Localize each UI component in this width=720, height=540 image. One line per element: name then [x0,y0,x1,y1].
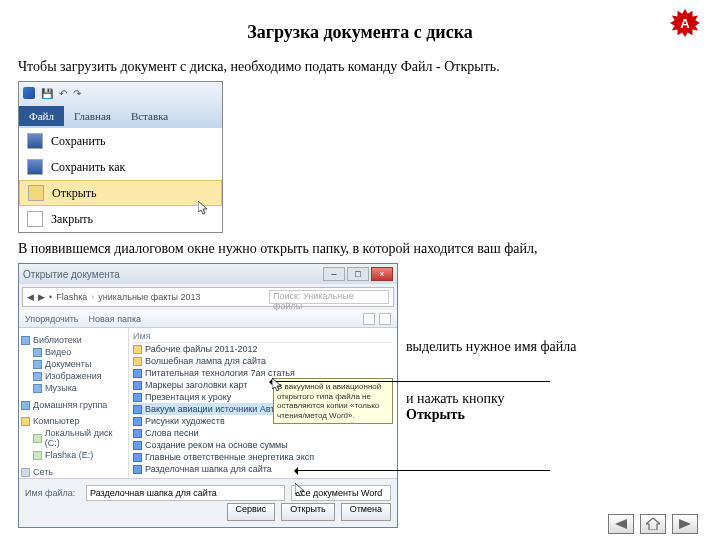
maximize-button[interactable]: □ [347,267,369,281]
open-dialog: Открытие документа – □ × ◀ ▶ • Flashка ›… [18,263,398,528]
dialog-footer: Имя файла: Разделочная шапка для сайта В… [19,478,397,527]
intro-text: Чтобы загрузить документ с диска, необхо… [18,59,702,75]
file-row[interactable]: Рабочие файлы 2011-2012 [133,343,393,355]
doc-icon [133,417,142,426]
svg-marker-7 [679,519,691,529]
file-row[interactable]: Главные ответственные энергетика эксп [133,451,393,463]
filter-dropdown[interactable]: Все документы Word [291,485,391,501]
body-text-2: В появившемся диалоговом окне нужно откр… [18,241,702,257]
next-button[interactable] [672,514,698,534]
folder-icon [33,348,42,357]
open-icon [28,185,44,201]
tab-file[interactable]: Файл [19,106,64,126]
tooltip: В вакуумной и авиационной открытого типа… [273,378,393,424]
dialog-titlebar: Открытие документа – □ × [19,264,397,284]
nav-homegroup[interactable]: Домашняя группа [21,400,126,410]
filename-label: Имя файла: [25,488,80,498]
slide-nav [608,514,698,534]
dialog-toolbar: Упорядочить Новая папка [19,310,397,328]
nav-item[interactable]: Flashка (E:) [33,449,126,461]
open-button[interactable]: Открыть [281,503,334,521]
col-header-name[interactable]: Имя [133,330,393,343]
tools-button[interactable]: Сервис [227,503,276,521]
close-button[interactable]: × [371,267,393,281]
file-row[interactable]: Волшебная лампа для сайта [133,355,393,367]
saveas-icon [27,159,43,175]
quick-access-toolbar: 💾 ↶ ↷ [19,82,222,104]
doc-icon [133,405,142,414]
nav-item[interactable]: Изображения [33,370,126,382]
svg-marker-4 [295,483,304,496]
address-bar[interactable]: ◀ ▶ • Flashка › уникальные факты 2013 По… [22,287,394,307]
nav-item[interactable]: Локальный диск (C:) [33,427,126,449]
nav-libraries[interactable]: Библиотеки [21,335,126,345]
menu-save[interactable]: Сохранить [19,128,222,154]
tab-home[interactable]: Главная [64,106,121,126]
svg-marker-2 [198,201,207,214]
arrow-open [295,470,550,471]
app-icon [23,87,35,99]
svg-marker-6 [646,518,660,530]
file-row[interactable]: Слова песни [133,427,393,439]
homegroup-icon [21,401,30,410]
file-row[interactable]: Создание реком на основе суммы [133,439,393,451]
organize-button[interactable]: Упорядочить [25,314,79,324]
svg-text:А: А [680,16,690,31]
doc-icon [133,381,142,390]
prev-button[interactable] [608,514,634,534]
home-button[interactable] [640,514,666,534]
mouse-cursor-2 [272,378,282,392]
drive-icon [33,434,42,443]
doc-icon [133,393,142,402]
nav-item[interactable]: Музыка [33,382,126,394]
file-row[interactable]: Разделочная шапка для сайта [133,463,393,475]
menu-open[interactable]: Открыть [19,180,222,206]
folder-icon [133,357,142,366]
folder-icon [33,384,42,393]
annotation-select: выделить нужное имя файла [406,339,576,355]
search-input[interactable]: Поиск: Уникальные файлы [269,290,389,304]
folder-icon [33,360,42,369]
view-icon[interactable] [363,313,375,325]
qat-save-icon[interactable]: 💾 [41,88,53,99]
annotations-block: выделить нужное имя файла и нажать кнопк… [398,263,576,459]
svg-marker-5 [615,519,627,529]
nav-network[interactable]: Сеть [21,467,126,477]
newfolder-button[interactable]: Новая папка [89,314,141,324]
tab-insert[interactable]: Вставка [121,106,178,126]
qat-redo-icon[interactable]: ↷ [73,88,81,99]
cancel-button[interactable]: Отмена [341,503,391,521]
ribbon-tabs: Файл Главная Вставка [19,104,222,128]
save-icon [27,133,43,149]
file-list: Имя Рабочие файлы 2011-2012Волшебная лам… [129,328,397,478]
doc-icon [133,369,142,378]
menu-close[interactable]: Закрыть [19,206,222,232]
doc-icon [133,429,142,438]
help-icon[interactable] [379,313,391,325]
dialog-title: Открытие документа [23,269,323,280]
folder-icon [33,372,42,381]
folder-icon [133,345,142,354]
svg-marker-3 [272,378,281,391]
nav-item[interactable]: Видео [33,346,126,358]
nav-computer[interactable]: Компьютер [21,416,126,426]
network-icon [21,468,30,477]
mouse-cursor [198,201,208,215]
doc-icon [133,453,142,462]
menu-saveas[interactable]: Сохранить как [19,154,222,180]
arrow-select [270,381,550,382]
library-icon [21,336,30,345]
back-icon[interactable]: ◀ [27,292,34,302]
qat-undo-icon[interactable]: ↶ [59,88,67,99]
minimize-button[interactable]: – [323,267,345,281]
filename-input[interactable]: Разделочная шапка для сайта [86,485,285,501]
fwd-icon[interactable]: ▶ [38,292,45,302]
nav-item[interactable]: Документы [33,358,126,370]
annotation-press: и нажать кнопкуОткрыть [406,391,576,423]
nav-pane: Библиотеки ВидеоДокументыИзображенияМузы… [19,328,129,478]
doc-icon [133,441,142,450]
file-menu-list: Сохранить Сохранить как Открыть Закрыть [19,128,222,232]
word-file-menu: 💾 ↶ ↷ Файл Главная Вставка Сохранить Сох… [18,81,223,233]
page-title: Загрузка документа с диска [18,22,702,43]
drive-icon [33,451,42,460]
